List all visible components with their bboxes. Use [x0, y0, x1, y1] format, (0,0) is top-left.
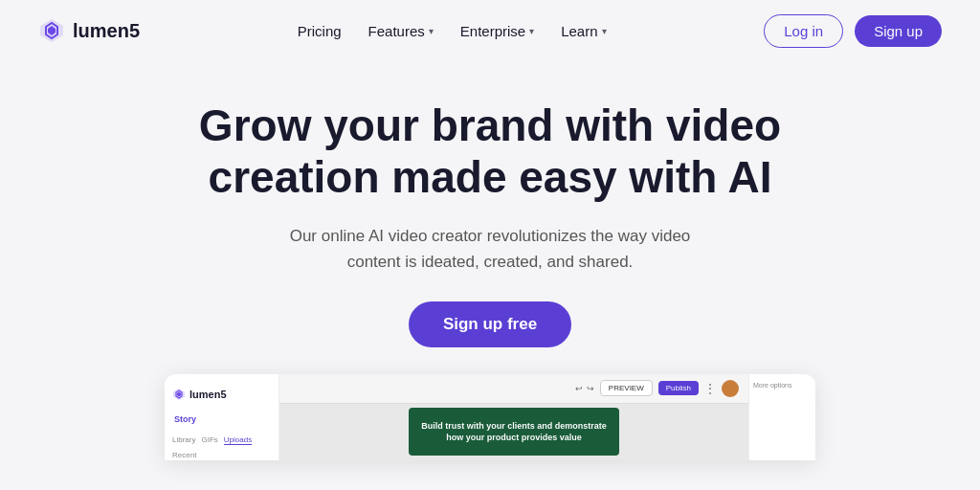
signup-nav-button[interactable]: Sign up — [855, 15, 942, 47]
nav-links: Pricing Features ▾ Enterprise ▾ Learn ▾ — [298, 23, 607, 39]
app-sidebar-story[interactable]: Story — [165, 411, 278, 428]
undo-icon[interactable]: ↩ — [575, 384, 583, 393]
login-button[interactable]: Log in — [764, 14, 843, 48]
app-logo-icon — [172, 388, 186, 401]
avatar — [722, 380, 739, 397]
signup-hero-button[interactable]: Sign up free — [409, 301, 571, 347]
redo-icon[interactable]: ↪ — [587, 384, 594, 393]
video-card-text: Build trust with your clients and demons… — [420, 420, 608, 444]
app-sidebar-nav: Story — [165, 407, 278, 432]
chevron-down-icon: ▾ — [429, 26, 434, 36]
app-logo-text: lumen5 — [189, 389, 227, 400]
nav-enterprise[interactable]: Enterprise ▾ — [460, 23, 534, 39]
nav-features[interactable]: Features ▾ — [368, 23, 434, 39]
nav-actions: Log in Sign up — [764, 14, 942, 48]
preview-button[interactable]: PREVIEW — [600, 380, 653, 396]
nav-pricing[interactable]: Pricing — [298, 23, 342, 39]
nav-learn[interactable]: Learn ▾ — [561, 23, 606, 39]
chevron-down-icon: ▾ — [529, 26, 534, 36]
app-sidebar: lumen5 Story Library GIFs Uploads Recent… — [165, 374, 279, 460]
app-tab-recent[interactable]: Recent — [172, 451, 196, 459]
app-toolbar: ↩ ↪ PREVIEW Publish ⋮ — [279, 374, 748, 404]
hero-title: Grow your brand with video creation made… — [165, 100, 815, 204]
more-options-icon[interactable]: ⋮ — [704, 382, 716, 395]
app-tab-library[interactable]: Library — [172, 435, 195, 445]
app-logo: lumen5 — [165, 382, 278, 407]
hero-section: Grow your brand with video creation made… — [0, 61, 980, 347]
video-card: Build trust with your clients and demons… — [409, 408, 619, 456]
app-tab-gifs[interactable]: GIFs — [201, 435, 217, 445]
app-preview: lumen5 Story Library GIFs Uploads Recent… — [165, 374, 815, 460]
chevron-down-icon: ▾ — [602, 26, 607, 36]
right-panel-label: More options — [753, 380, 812, 390]
app-toolbar-undo-redo: ↩ ↪ — [575, 384, 594, 393]
app-canvas: Build trust with your clients and demons… — [279, 404, 748, 460]
logo[interactable]: lumen5 — [38, 17, 140, 44]
app-sidebar-tabs: Library GIFs Uploads Recent — [165, 432, 278, 460]
app-right-panel: More options — [748, 374, 815, 460]
hero-subtitle: Our online AI video creator revolutioniz… — [289, 223, 691, 275]
logo-icon — [38, 17, 65, 44]
publish-button[interactable]: Publish — [658, 381, 699, 395]
navbar: lumen5 Pricing Features ▾ Enterprise ▾ L… — [0, 0, 980, 61]
logo-text: lumen5 — [73, 20, 140, 42]
app-tab-uploads[interactable]: Uploads — [224, 435, 252, 445]
app-main: ↩ ↪ PREVIEW Publish ⋮ Build trust with y… — [279, 374, 748, 460]
